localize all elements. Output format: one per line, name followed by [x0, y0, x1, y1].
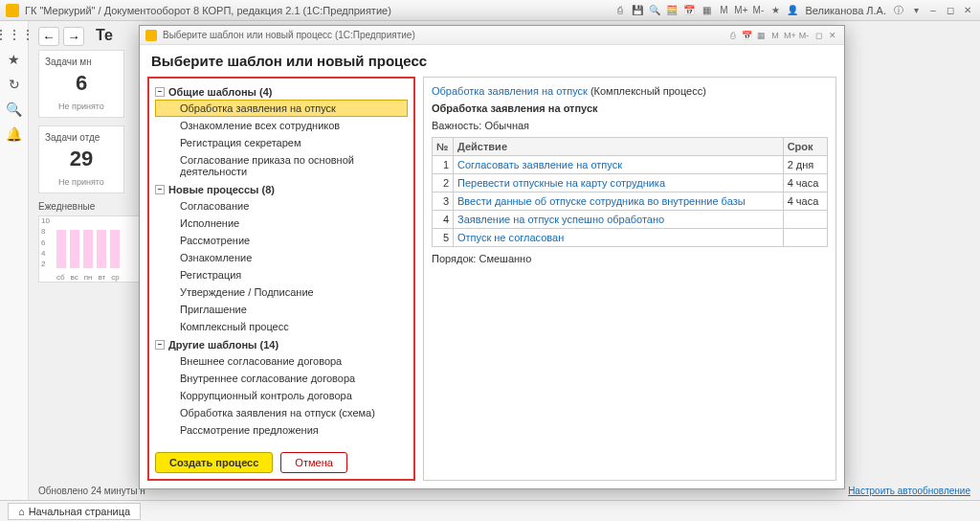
row-due: 4 часа — [783, 174, 827, 193]
maximize-icon[interactable]: ◻ — [944, 4, 957, 17]
dialog-zoom-mminus[interactable]: M- — [798, 31, 810, 40]
cancel-button[interactable]: Отмена — [280, 452, 346, 473]
zoom-mminus[interactable]: M- — [751, 4, 765, 17]
ytick: 2 — [41, 260, 50, 268]
row-due: 2 дня — [783, 156, 827, 174]
configure-autorefresh-link[interactable]: Настроить автообновление — [848, 486, 970, 496]
dialog-window-title: Выберите шаблон или новый процесс (1С:Пр… — [163, 30, 726, 40]
zoom-m[interactable]: M — [717, 4, 730, 17]
dialog-titlebar: Выберите шаблон или новый процесс (1С:Пр… — [140, 26, 844, 45]
page-heading: Те — [96, 27, 113, 46]
tree-item[interactable]: Регистрация — [155, 266, 408, 283]
app-logo-icon — [6, 4, 19, 17]
row-due — [783, 229, 827, 247]
dialog-calendar-icon[interactable]: 📅 — [741, 31, 752, 40]
tree-item[interactable]: Внешнее согласование договора — [155, 352, 408, 370]
tree-item[interactable]: Обработка заявления на отпуск (схема) — [155, 404, 408, 421]
help-icon[interactable]: ⓘ — [892, 4, 905, 17]
row-action-link[interactable]: Перевести отпускные на карту сотрудника — [454, 174, 784, 193]
dialog-zoom-mplus[interactable]: M+ — [784, 31, 795, 40]
tree-item[interactable]: Комплексный процесс — [155, 318, 408, 335]
bottom-bar: ⌂ Начальная страница — [0, 500, 980, 521]
calendar-icon[interactable]: 📅 — [682, 4, 696, 17]
collapse-icon: − — [155, 340, 165, 350]
tree-item[interactable]: Утверждение / Подписание — [155, 283, 408, 301]
tree-item[interactable]: Рассмотрение предложения — [155, 421, 408, 439]
tree-item[interactable]: Приглашение — [155, 301, 408, 318]
col-due: Срок — [783, 138, 827, 156]
save-icon[interactable]: 💾 — [631, 4, 644, 17]
dialog-logo-icon — [145, 30, 157, 41]
table-row: 2Перевести отпускные на карту сотрудника… — [433, 174, 828, 193]
tree-group-toggle[interactable]: −Новые процессы (8) — [155, 182, 408, 197]
table-row: 3Ввести данные об отпуске сотрудника во … — [433, 193, 828, 211]
collapse-icon: − — [155, 87, 165, 97]
user-name[interactable]: Великанова Л.А. — [805, 5, 886, 16]
widget2-head: Задачи отде — [45, 132, 118, 143]
tree-item[interactable]: Ознакомление — [155, 249, 408, 266]
favorite-icon[interactable]: ★ — [768, 4, 782, 17]
row-action-link[interactable]: Отпуск не согласован — [454, 229, 784, 247]
ytick: 10 — [41, 216, 50, 225]
tree-item[interactable]: Ознакомление всех сотрудников — [155, 117, 408, 134]
tree-item[interactable]: Согласование приказа по основной деятель… — [155, 151, 408, 180]
start-page-tab[interactable]: ⌂ Начальная страница — [8, 503, 141, 520]
search-icon[interactable]: 🔍 — [648, 4, 661, 17]
row-num: 5 — [433, 229, 454, 247]
xtick: пн — [84, 273, 93, 282]
table-row: 4Заявление на отпуск успешно обработано — [433, 211, 828, 229]
tree-item[interactable]: Обработка заявления на отпуск — [155, 100, 408, 117]
widget2-sub: Не принято — [45, 177, 118, 187]
grid-icon[interactable]: ▦ — [700, 4, 713, 17]
titlebar-icons: ⎙ 💾 🔍 🧮 📅 ▦ M M+ M- ★ 👤 — [613, 4, 799, 17]
close-icon[interactable]: ✕ — [961, 4, 974, 17]
row-due: 4 часа — [783, 193, 827, 211]
tasks-widget-2[interactable]: Задачи отде 29 Не принято — [38, 125, 124, 193]
tree-group-toggle[interactable]: −Общие шаблоны (4) — [155, 84, 408, 100]
tree-item[interactable]: Регистрация секретарем — [155, 134, 408, 151]
dialog-grid-icon[interactable]: ▦ — [755, 31, 767, 40]
app-titlebar: ГК "Меркурий" / Документооборот 8 КОРП, … — [0, 0, 980, 21]
collapse-icon: − — [155, 185, 165, 194]
importance-value: Обычная — [484, 120, 529, 131]
tree-item[interactable]: Рассмотрение — [155, 232, 408, 249]
user-avatar-icon[interactable]: 👤 — [786, 4, 799, 17]
dialog-print-icon[interactable]: ⎙ — [726, 31, 738, 40]
detail-title-link[interactable]: Обработка заявления на отпуск — [432, 85, 588, 97]
tree-group-toggle[interactable]: −Другие шаблоны (14) — [155, 337, 408, 352]
star-icon[interactable]: ★ — [8, 52, 20, 67]
calc-icon[interactable]: 🧮 — [665, 4, 679, 17]
create-process-button[interactable]: Создать процесс — [155, 452, 273, 473]
zoom-mplus[interactable]: M+ — [734, 4, 747, 17]
dialog-close-icon[interactable]: ✕ — [827, 31, 838, 40]
tree-item[interactable]: Коррупционный контроль договора — [155, 387, 408, 404]
minimize-icon[interactable]: ▾ — [909, 4, 923, 17]
order-value: Смешанно — [479, 253, 531, 264]
tasks-widget-1[interactable]: Задачи мн 6 Не принято — [38, 50, 124, 118]
row-action-link[interactable]: Ввести данные об отпуске сотрудника во в… — [454, 193, 784, 211]
history-icon[interactable]: ↻ — [9, 77, 20, 92]
restore-icon[interactable]: – — [926, 4, 940, 17]
dialog-restore-icon[interactable]: ◻ — [813, 31, 824, 40]
start-page-label: Начальная страница — [29, 506, 130, 517]
template-tree: −Общие шаблоны (4)Обработка заявления на… — [147, 77, 415, 481]
widget1-head: Задачи мн — [45, 57, 118, 67]
bell-icon[interactable]: 🔔 — [6, 126, 22, 142]
col-num: № — [433, 138, 454, 156]
tree-item[interactable]: Согласование — [155, 197, 408, 215]
tree-item[interactable]: Внутреннее согласование договора — [155, 370, 408, 387]
xtick: сб — [56, 273, 65, 282]
dialog-zoom-m[interactable]: M — [769, 31, 781, 40]
widget1-value: 6 — [45, 71, 118, 96]
ytick: 6 — [41, 238, 50, 247]
nav-back-button[interactable]: ← — [38, 27, 59, 46]
row-action-link[interactable]: Согласовать заявление на отпуск — [454, 156, 784, 174]
row-action-link[interactable]: Заявление на отпуск успешно обработано — [454, 211, 784, 229]
ytick: 4 — [41, 249, 50, 258]
template-dialog: Выберите шаблон или новый процесс (1С:Пр… — [139, 25, 845, 489]
detail-panel: Обработка заявления на отпуск (Комплексн… — [423, 77, 836, 481]
tree-item[interactable]: Исполнение — [155, 215, 408, 232]
nav-forward-button[interactable]: → — [63, 27, 84, 46]
print-icon[interactable]: ⎙ — [613, 4, 627, 17]
search-side-icon[interactable]: 🔍 — [6, 102, 22, 117]
